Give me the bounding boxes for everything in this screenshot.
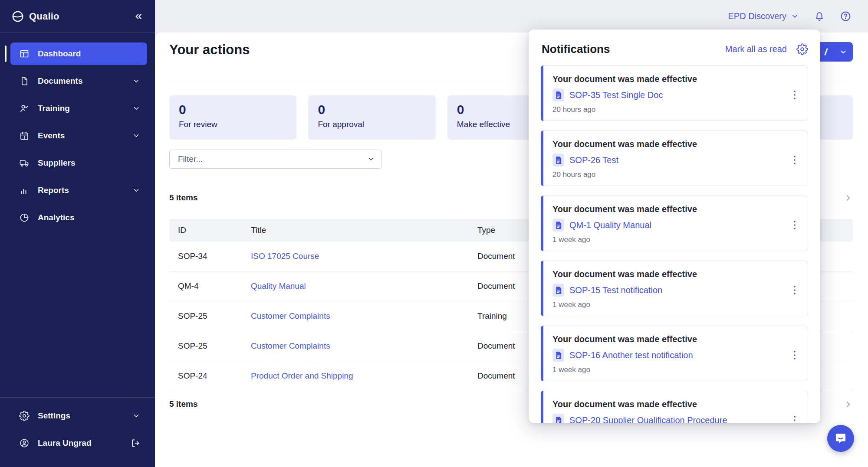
chat-bubble-icon [834, 431, 848, 445]
sidebar-user[interactable]: Laura Ungrad [10, 432, 147, 454]
filter-dropdown[interactable] [169, 150, 382, 169]
document-icon [552, 219, 564, 232]
notification-time: 20 hours ago [552, 105, 798, 114]
notification-title: Your document was made effective [552, 73, 798, 85]
notification-document-link[interactable]: SOP-35 Test Single Doc [569, 90, 786, 100]
cell-id: SOP-24 [169, 371, 251, 381]
kebab-menu-icon[interactable] [791, 155, 798, 165]
next-page-icon[interactable] [844, 400, 853, 409]
notification-title: Your document was made effective [552, 333, 798, 345]
notification-document-link[interactable]: SOP-26 Test [569, 155, 786, 165]
pie-chart-icon [19, 212, 30, 223]
app-logo-text: Qualio [29, 11, 59, 22]
notification-document-link[interactable]: SOP-15 Test notification [569, 285, 786, 295]
notification-title: Your document was made effective [552, 138, 798, 150]
app-root: Qualio Dashboard [0, 0, 868, 467]
document-title-link[interactable]: Customer Complaints [251, 341, 330, 350]
user-name: Laura Ungrad [38, 438, 92, 448]
stat-value: 0 [179, 102, 287, 118]
notification-card[interactable]: Your document was made effective SOP-35 … [541, 65, 808, 121]
gear-icon [19, 411, 30, 421]
cell-id: SOP-25 [169, 311, 251, 321]
next-page-icon[interactable] [844, 193, 853, 202]
sidebar-nav: Dashboard Documents [0, 33, 155, 234]
chevron-down-icon [132, 132, 140, 140]
sidebar-item-documents[interactable]: Documents [10, 70, 147, 92]
document-title-link[interactable]: ISO 17025 Course [251, 251, 319, 261]
stat-label: For approval [318, 120, 426, 129]
document-title-link[interactable]: Quality Manual [251, 281, 306, 291]
document-title-link[interactable]: Customer Complaints [251, 311, 330, 320]
filter-input[interactable] [177, 154, 368, 164]
notification-document-link[interactable]: SOP-20 Supplier Qualification Procedure [569, 415, 786, 424]
chevron-down-icon [132, 105, 140, 112]
cell-id: QM-4 [169, 281, 251, 291]
document-icon [552, 284, 564, 297]
sidebar-item-settings[interactable]: Settings [10, 405, 147, 427]
sidebar-footer: Settings Laura Ungrad [0, 397, 155, 467]
notifications-header: Notifications Mark all as read [529, 29, 820, 65]
user-avatar-icon [19, 438, 30, 448]
sidebar-item-dashboard[interactable]: Dashboard [10, 42, 147, 65]
chevron-down-icon [132, 412, 140, 420]
notifications-title: Notifications [542, 42, 725, 56]
sidebar-item-label: Dashboard [38, 49, 81, 59]
sidebar-item-suppliers[interactable]: Suppliers [10, 152, 147, 174]
notification-card[interactable]: Your document was made effective SOP-20 … [541, 391, 808, 423]
bar-chart-icon [19, 185, 30, 196]
sidebar-item-label: Settings [38, 411, 70, 421]
sidebar-item-training[interactable]: Training [10, 97, 147, 120]
sidebar-item-events[interactable]: Events [10, 124, 147, 147]
cell-id: SOP-25 [169, 341, 251, 351]
chat-launcher-button[interactable] [827, 425, 854, 452]
notification-card[interactable]: Your document was made effective SOP-15 … [541, 261, 808, 316]
sidebar-collapse-button[interactable] [133, 11, 144, 22]
notification-settings-gear-icon[interactable] [796, 43, 808, 55]
document-icon [552, 414, 564, 423]
stat-card[interactable]: 0 For review [169, 95, 296, 140]
sidebar-item-label: Suppliers [38, 158, 76, 168]
document-title-link[interactable]: Product Order and Shipping [251, 371, 353, 380]
stat-card[interactable]: 0 For approval [308, 95, 435, 140]
notification-card[interactable]: Your document was made effective QM-1 Qu… [541, 196, 808, 251]
kebab-menu-icon[interactable] [791, 350, 798, 360]
notification-time: 1 week ago [552, 366, 798, 374]
sidebar-item-label: Reports [38, 186, 69, 195]
notification-title: Your document was made effective [552, 203, 798, 215]
sidebar-item-analytics[interactable]: Analytics [10, 206, 147, 229]
chevron-down-icon [132, 186, 140, 194]
logout-icon[interactable] [130, 438, 140, 448]
bell-icon[interactable] [814, 11, 825, 22]
sidebar-header: Qualio [0, 0, 155, 33]
document-icon [552, 349, 564, 362]
notifications-panel: Notifications Mark all as read Your docu… [529, 29, 820, 423]
column-header-id: ID [169, 225, 251, 235]
notification-card[interactable]: Your document was made effective SOP-26 … [541, 131, 808, 186]
chevron-down-icon [368, 156, 375, 163]
button-label-fragment [824, 48, 828, 56]
document-icon [552, 88, 564, 101]
document-icon [552, 153, 564, 167]
mark-all-as-read-link[interactable]: Mark all as read [725, 44, 787, 54]
chevron-down-icon [791, 12, 799, 20]
chevron-down-icon [132, 77, 140, 85]
truck-icon [19, 158, 30, 168]
sidebar-item-reports[interactable]: Reports [10, 179, 147, 202]
notification-title: Your document was made effective [552, 398, 798, 410]
kebab-menu-icon[interactable] [791, 415, 798, 423]
notifications-list: Your document was made effective SOP-35 … [529, 65, 820, 423]
notification-time: 1 week ago [552, 235, 798, 244]
stat-value: 0 [318, 102, 426, 118]
help-icon[interactable] [840, 10, 852, 22]
notification-title: Your document was made effective [552, 268, 798, 280]
notification-document-link[interactable]: QM-1 Quality Manual [569, 220, 786, 230]
kebab-menu-icon[interactable] [791, 220, 798, 230]
notification-document-link[interactable]: SOP-16 Another test notification [569, 350, 786, 360]
kebab-menu-icon[interactable] [791, 285, 798, 295]
cell-id: SOP-34 [169, 251, 251, 261]
kebab-menu-icon[interactable] [791, 90, 798, 100]
calendar-icon [19, 131, 30, 141]
workspace-switcher[interactable]: EPD Discovery [728, 11, 799, 21]
training-icon [19, 103, 30, 114]
notification-card[interactable]: Your document was made effective SOP-16 … [541, 326, 808, 381]
